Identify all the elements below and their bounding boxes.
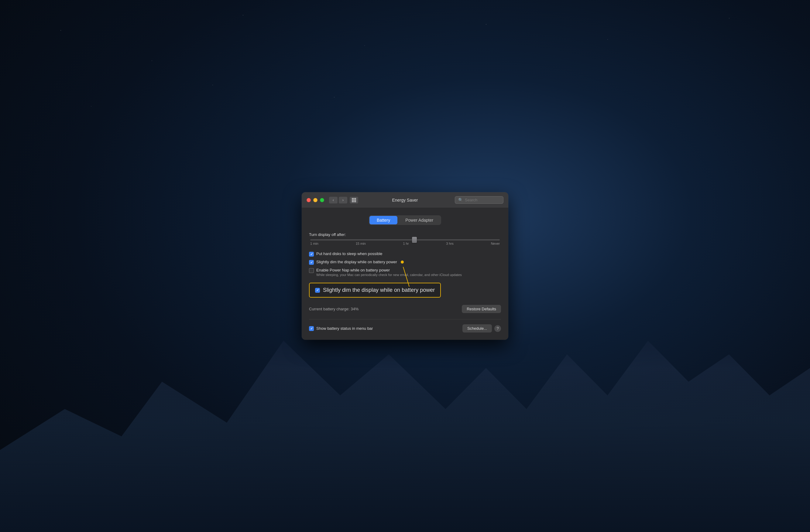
highlight-checkbox[interactable] [315, 288, 320, 293]
search-box[interactable]: 🔍 [455, 196, 503, 204]
annotation-dot [401, 261, 404, 264]
close-button[interactable] [307, 198, 311, 202]
option-power-nap-label: Enable Power Nap while on battery power [316, 268, 462, 272]
battery-charge-label: Current battery charge: 34% [309, 307, 358, 311]
highlight-box: Slightly dim the display while on batter… [309, 283, 441, 298]
annotation-section: Slightly dim the display while on batter… [309, 283, 501, 298]
slider-track [310, 239, 500, 240]
forward-button[interactable]: › [339, 197, 347, 203]
slider-container[interactable]: 1 min 15 min 1 hr 3 hrs Never [309, 239, 501, 245]
slider-marks: 1 min 15 min 1 hr 3 hrs Never [310, 242, 500, 245]
checkbox-hard-disks[interactable] [309, 252, 314, 256]
grid-button[interactable] [350, 197, 358, 203]
slider-mark-1hr: 1 hr [403, 242, 409, 245]
window-content: Battery Power Adapter Turn display off a… [302, 208, 508, 340]
search-input[interactable] [465, 198, 500, 202]
energy-saver-window: ‹ › Energy Saver 🔍 Battery Power Adapter [302, 192, 508, 340]
tab-group: Battery Power Adapter [369, 215, 441, 225]
option-dim-display: Slightly dim the display while on batter… [309, 260, 501, 265]
tabs-container: Battery Power Adapter [309, 215, 501, 225]
highlight-text: Slightly dim the display while on batter… [323, 287, 435, 293]
fullscreen-button[interactable] [320, 198, 324, 202]
footer-row: Show battery status in menu bar Schedule… [309, 319, 501, 333]
slider-mark-1min: 1 min [310, 242, 319, 245]
search-icon: 🔍 [458, 198, 463, 202]
slider-mark-3hrs: 3 hrs [446, 242, 453, 245]
help-button[interactable]: ? [494, 325, 501, 332]
slider-mark-15min: 15 min [356, 242, 366, 245]
window-title: Energy Saver [392, 198, 418, 202]
option-power-nap-sublabel: While sleeping, your Mac can periodicall… [316, 273, 462, 277]
restore-defaults-button[interactable]: Restore Defaults [462, 305, 501, 313]
grid-icon [352, 198, 356, 202]
bottom-section: Current battery charge: 34% Restore Defa… [309, 305, 501, 313]
traffic-lights [307, 198, 324, 202]
checkbox-show-battery[interactable] [309, 326, 314, 331]
nav-buttons: ‹ › [329, 197, 358, 203]
show-battery-label: Show battery status in menu bar [316, 326, 373, 331]
titlebar: ‹ › Energy Saver 🔍 [302, 192, 508, 208]
option-hard-disks: Put hard disks to sleep when possible [309, 251, 501, 256]
show-battery-left: Show battery status in menu bar [309, 326, 373, 331]
minimize-button[interactable] [313, 198, 318, 202]
tab-power-adapter[interactable]: Power Adapter [398, 216, 440, 225]
slider-label: Turn display off after: [309, 232, 501, 237]
back-button[interactable]: ‹ [329, 197, 338, 203]
schedule-button[interactable]: Schedule... [463, 324, 492, 333]
slider-thumb[interactable] [412, 237, 417, 243]
options-list: Put hard disks to sleep when possible Sl… [309, 251, 501, 277]
option-power-nap: Enable Power Nap while on battery power … [309, 268, 501, 277]
slider-mark-never: Never [491, 242, 500, 245]
action-buttons: Schedule... ? [463, 324, 501, 333]
option-hard-disks-label: Put hard disks to sleep when possible [316, 251, 383, 256]
checkbox-dim-display[interactable] [309, 260, 314, 265]
tab-battery[interactable]: Battery [370, 216, 398, 225]
option-dim-display-label: Slightly dim the display while on batter… [316, 260, 397, 264]
checkbox-power-nap[interactable] [309, 268, 314, 273]
display-sleep-slider-section: Turn display off after: 1 min 15 min 1 h… [309, 232, 501, 245]
